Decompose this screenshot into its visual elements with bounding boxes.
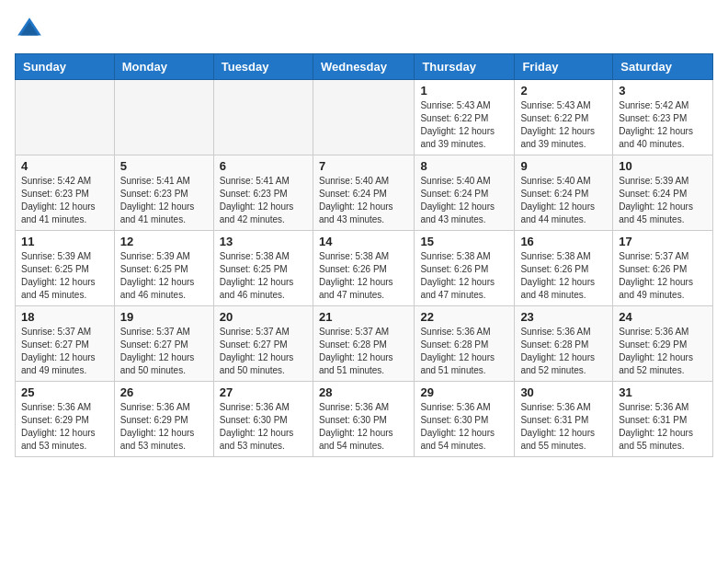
day-info: Sunrise: 5:36 AM Sunset: 6:30 PM Dayligh… — [319, 401, 408, 453]
day-number: 28 — [319, 385, 408, 399]
calendar-cell: 31Sunrise: 5:36 AM Sunset: 6:31 PM Dayli… — [613, 382, 713, 457]
calendar-cell: 12Sunrise: 5:39 AM Sunset: 6:25 PM Dayli… — [114, 231, 213, 306]
day-info: Sunrise: 5:37 AM Sunset: 6:27 PM Dayligh… — [21, 326, 108, 377]
day-number: 27 — [220, 385, 307, 399]
calendar-week-row: 18Sunrise: 5:37 AM Sunset: 6:27 PM Dayli… — [16, 306, 713, 382]
calendar-week-row: 25Sunrise: 5:36 AM Sunset: 6:29 PM Dayli… — [16, 382, 713, 457]
day-info: Sunrise: 5:42 AM Sunset: 6:23 PM Dayligh… — [619, 99, 707, 151]
day-info: Sunrise: 5:36 AM Sunset: 6:31 PM Dayligh… — [520, 401, 607, 453]
day-number: 12 — [120, 235, 208, 248]
calendar-cell: 16Sunrise: 5:38 AM Sunset: 6:26 PM Dayli… — [515, 231, 613, 306]
day-number: 19 — [120, 310, 208, 324]
calendar-cell: 27Sunrise: 5:36 AM Sunset: 6:30 PM Dayli… — [213, 382, 313, 457]
day-info: Sunrise: 5:37 AM Sunset: 6:28 PM Dayligh… — [319, 326, 408, 377]
day-info: Sunrise: 5:36 AM Sunset: 6:28 PM Dayligh… — [420, 326, 508, 377]
day-info: Sunrise: 5:43 AM Sunset: 6:22 PM Dayligh… — [520, 99, 607, 151]
calendar-cell: 4Sunrise: 5:42 AM Sunset: 6:23 PM Daylig… — [16, 155, 115, 231]
calendar-cell: 24Sunrise: 5:36 AM Sunset: 6:29 PM Dayli… — [613, 306, 713, 382]
calendar-week-row: 4Sunrise: 5:42 AM Sunset: 6:23 PM Daylig… — [16, 155, 713, 231]
day-info: Sunrise: 5:36 AM Sunset: 6:30 PM Dayligh… — [220, 401, 307, 453]
calendar-cell: 3Sunrise: 5:42 AM Sunset: 6:23 PM Daylig… — [613, 80, 713, 155]
calendar-table: SundayMondayTuesdayWednesdayThursdayFrid… — [15, 53, 713, 457]
day-number: 2 — [520, 84, 607, 98]
calendar-cell: 25Sunrise: 5:36 AM Sunset: 6:29 PM Dayli… — [16, 382, 115, 457]
day-info: Sunrise: 5:36 AM Sunset: 6:29 PM Dayligh… — [619, 326, 707, 377]
calendar-cell: 8Sunrise: 5:40 AM Sunset: 6:24 PM Daylig… — [415, 155, 515, 231]
day-info: Sunrise: 5:36 AM Sunset: 6:29 PM Dayligh… — [120, 401, 208, 453]
day-number: 30 — [520, 385, 607, 399]
day-info: Sunrise: 5:37 AM Sunset: 6:27 PM Dayligh… — [120, 326, 208, 377]
day-info: Sunrise: 5:36 AM Sunset: 6:28 PM Dayligh… — [520, 326, 607, 377]
calendar-cell: 10Sunrise: 5:39 AM Sunset: 6:24 PM Dayli… — [613, 155, 713, 231]
calendar-cell: 15Sunrise: 5:38 AM Sunset: 6:26 PM Dayli… — [415, 231, 515, 306]
day-info: Sunrise: 5:36 AM Sunset: 6:29 PM Dayligh… — [21, 401, 108, 453]
calendar-cell: 5Sunrise: 5:41 AM Sunset: 6:23 PM Daylig… — [114, 155, 213, 231]
day-info: Sunrise: 5:39 AM Sunset: 6:25 PM Dayligh… — [21, 250, 108, 302]
calendar-cell: 11Sunrise: 5:39 AM Sunset: 6:25 PM Dayli… — [16, 231, 115, 306]
weekday-header-sunday: Sunday — [16, 54, 115, 80]
day-number: 14 — [319, 235, 408, 248]
day-info: Sunrise: 5:38 AM Sunset: 6:26 PM Dayligh… — [420, 250, 508, 302]
calendar-cell: 22Sunrise: 5:36 AM Sunset: 6:28 PM Dayli… — [415, 306, 515, 382]
calendar-header-row: SundayMondayTuesdayWednesdayThursdayFrid… — [16, 54, 713, 80]
day-info: Sunrise: 5:38 AM Sunset: 6:26 PM Dayligh… — [520, 250, 607, 302]
calendar-cell — [213, 80, 313, 155]
weekday-header-saturday: Saturday — [613, 54, 713, 80]
calendar-cell: 2Sunrise: 5:43 AM Sunset: 6:22 PM Daylig… — [515, 80, 613, 155]
calendar-week-row: 1Sunrise: 5:43 AM Sunset: 6:22 PM Daylig… — [16, 80, 713, 155]
day-number: 29 — [420, 385, 508, 399]
page-header — [15, 15, 713, 44]
day-number: 18 — [21, 310, 108, 324]
weekday-header-tuesday: Tuesday — [213, 54, 313, 80]
calendar-cell: 7Sunrise: 5:40 AM Sunset: 6:24 PM Daylig… — [313, 155, 414, 231]
day-number: 4 — [21, 159, 108, 173]
day-number: 8 — [420, 159, 508, 173]
day-info: Sunrise: 5:39 AM Sunset: 6:25 PM Dayligh… — [120, 250, 208, 302]
calendar-cell: 30Sunrise: 5:36 AM Sunset: 6:31 PM Dayli… — [515, 382, 613, 457]
day-number: 17 — [619, 235, 707, 248]
day-number: 11 — [21, 235, 108, 248]
logo-icon — [15, 15, 44, 44]
calendar-week-row: 11Sunrise: 5:39 AM Sunset: 6:25 PM Dayli… — [16, 231, 713, 306]
calendar-cell — [114, 80, 213, 155]
calendar-cell: 17Sunrise: 5:37 AM Sunset: 6:26 PM Dayli… — [613, 231, 713, 306]
day-number: 9 — [520, 159, 607, 173]
day-number: 24 — [619, 310, 707, 324]
day-info: Sunrise: 5:38 AM Sunset: 6:26 PM Dayligh… — [319, 250, 408, 302]
day-number: 21 — [319, 310, 408, 324]
calendar-cell: 29Sunrise: 5:36 AM Sunset: 6:30 PM Dayli… — [415, 382, 515, 457]
logo — [15, 15, 48, 44]
day-number: 1 — [420, 84, 508, 98]
calendar-cell: 18Sunrise: 5:37 AM Sunset: 6:27 PM Dayli… — [16, 306, 115, 382]
day-info: Sunrise: 5:40 AM Sunset: 6:24 PM Dayligh… — [520, 175, 607, 226]
day-info: Sunrise: 5:41 AM Sunset: 6:23 PM Dayligh… — [220, 175, 307, 226]
weekday-header-thursday: Thursday — [415, 54, 515, 80]
day-number: 31 — [619, 385, 707, 399]
calendar-cell: 9Sunrise: 5:40 AM Sunset: 6:24 PM Daylig… — [515, 155, 613, 231]
calendar-cell: 14Sunrise: 5:38 AM Sunset: 6:26 PM Dayli… — [313, 231, 414, 306]
day-info: Sunrise: 5:37 AM Sunset: 6:27 PM Dayligh… — [220, 326, 307, 377]
day-number: 26 — [120, 385, 208, 399]
day-number: 5 — [120, 159, 208, 173]
day-info: Sunrise: 5:36 AM Sunset: 6:31 PM Dayligh… — [619, 401, 707, 453]
calendar-cell: 21Sunrise: 5:37 AM Sunset: 6:28 PM Dayli… — [313, 306, 414, 382]
weekday-header-friday: Friday — [515, 54, 613, 80]
calendar-cell: 23Sunrise: 5:36 AM Sunset: 6:28 PM Dayli… — [515, 306, 613, 382]
day-info: Sunrise: 5:39 AM Sunset: 6:24 PM Dayligh… — [619, 175, 707, 226]
calendar-cell — [313, 80, 414, 155]
day-info: Sunrise: 5:38 AM Sunset: 6:25 PM Dayligh… — [220, 250, 307, 302]
day-info: Sunrise: 5:40 AM Sunset: 6:24 PM Dayligh… — [319, 175, 408, 226]
calendar-cell — [16, 80, 115, 155]
calendar-cell: 20Sunrise: 5:37 AM Sunset: 6:27 PM Dayli… — [213, 306, 313, 382]
calendar-cell: 19Sunrise: 5:37 AM Sunset: 6:27 PM Dayli… — [114, 306, 213, 382]
day-number: 7 — [319, 159, 408, 173]
weekday-header-wednesday: Wednesday — [313, 54, 414, 80]
day-number: 13 — [220, 235, 307, 248]
calendar-cell: 13Sunrise: 5:38 AM Sunset: 6:25 PM Dayli… — [213, 231, 313, 306]
day-info: Sunrise: 5:42 AM Sunset: 6:23 PM Dayligh… — [21, 175, 108, 226]
day-info: Sunrise: 5:41 AM Sunset: 6:23 PM Dayligh… — [120, 175, 208, 226]
day-number: 23 — [520, 310, 607, 324]
day-info: Sunrise: 5:40 AM Sunset: 6:24 PM Dayligh… — [420, 175, 508, 226]
calendar-cell: 1Sunrise: 5:43 AM Sunset: 6:22 PM Daylig… — [415, 80, 515, 155]
day-info: Sunrise: 5:43 AM Sunset: 6:22 PM Dayligh… — [420, 99, 508, 151]
